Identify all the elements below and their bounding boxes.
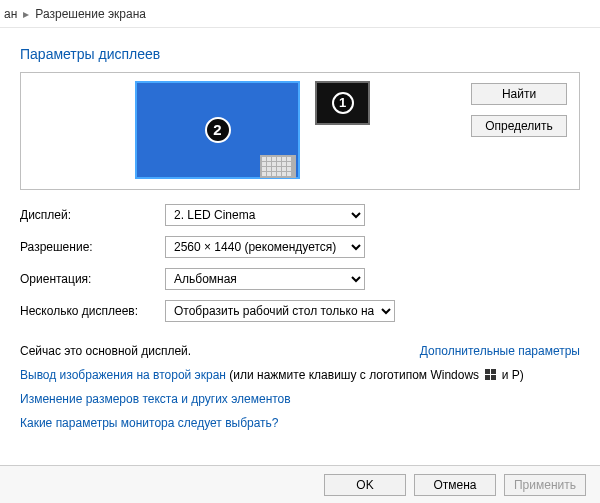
- project-suffix-2: и P): [498, 368, 523, 382]
- chevron-right-icon: ▸: [23, 7, 29, 21]
- monitor-1[interactable]: 1: [315, 81, 370, 125]
- display-select[interactable]: 2. LED Cinema: [165, 204, 365, 226]
- monitor-2[interactable]: 2: [135, 81, 300, 179]
- main-display-status: Сейчас это основной дисплей.: [20, 344, 191, 358]
- orientation-select[interactable]: Альбомная: [165, 268, 365, 290]
- text-size-link[interactable]: Изменение размеров текста и других элеме…: [20, 392, 291, 406]
- monitor-1-number: 1: [332, 92, 354, 114]
- resolution-select[interactable]: 2560 × 1440 (рекомендуется): [165, 236, 365, 258]
- monitors-area[interactable]: 2 1: [120, 79, 480, 184]
- ok-button[interactable]: OK: [324, 474, 406, 496]
- breadcrumb[interactable]: ан ▸ Разрешение экрана: [0, 0, 600, 28]
- display-label: Дисплей:: [20, 208, 165, 222]
- orientation-label: Ориентация:: [20, 272, 165, 286]
- dialog-footer: OK Отмена Применить: [0, 465, 600, 503]
- apply-button[interactable]: Применить: [504, 474, 586, 496]
- monitor-2-number: 2: [205, 117, 231, 143]
- breadcrumb-prev: ан: [4, 7, 17, 21]
- advanced-settings-link[interactable]: Дополнительные параметры: [420, 344, 580, 358]
- taskbar-thumbnail-icon: [260, 149, 296, 177]
- resolution-label: Разрешение:: [20, 240, 165, 254]
- find-button[interactable]: Найти: [471, 83, 567, 105]
- display-arrangement-box: 2 1 Найти Определить: [20, 72, 580, 190]
- page-title: Параметры дисплеев: [20, 46, 580, 62]
- breadcrumb-current: Разрешение экрана: [35, 7, 146, 21]
- multi-display-select[interactable]: Отобразить рабочий стол только на 2: [165, 300, 395, 322]
- project-link[interactable]: Вывод изображения на второй экран: [20, 368, 226, 382]
- identify-button[interactable]: Определить: [471, 115, 567, 137]
- multi-display-label: Несколько дисплеев:: [20, 304, 165, 318]
- cancel-button[interactable]: Отмена: [414, 474, 496, 496]
- help-link[interactable]: Какие параметры монитора следует выбрать…: [20, 416, 279, 430]
- windows-logo-icon: [484, 369, 496, 381]
- project-suffix-1: (или нажмите клавишу с логотипом Windows: [226, 368, 482, 382]
